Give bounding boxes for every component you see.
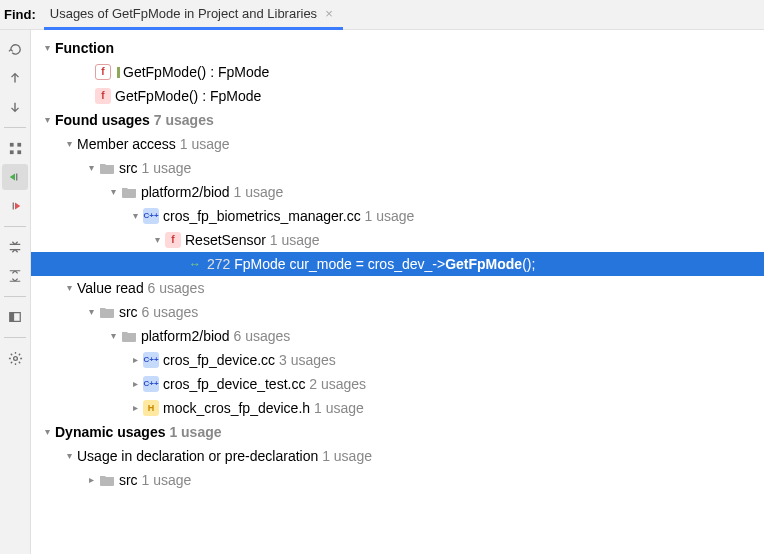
tree-row[interactable]: ▾ Usage in declaration or pre-declaratio… (31, 444, 764, 468)
cpp-file-icon: C++ (143, 376, 159, 392)
tree-row[interactable]: ▾ src 6 usages (31, 300, 764, 324)
find-label: Find: (0, 7, 44, 22)
tree-row-found[interactable]: ▾ Found usages 7 usages (31, 108, 764, 132)
folder-icon (99, 473, 115, 487)
usage-count: 1 usage (180, 132, 230, 156)
svg-rect-5 (10, 313, 14, 322)
prev-occurrence-icon[interactable] (2, 65, 28, 91)
chevron-down-icon: ▾ (149, 228, 165, 252)
chevron-down-icon: ▾ (83, 156, 99, 180)
folder-name: platform2/biod (141, 180, 230, 204)
group-label: Found usages (55, 108, 150, 132)
cpp-file-icon: C++ (143, 352, 159, 368)
find-tab-title: Usages of GetFpMode in Project and Libra… (50, 6, 317, 21)
chevron-down-icon: ▾ (127, 204, 143, 228)
file-name: cros_fp_device.cc (163, 348, 275, 372)
usage-count: 1 usage (322, 444, 372, 468)
tree-row[interactable]: ▾ Value read 6 usages (31, 276, 764, 300)
tree-row[interactable]: ▾ Member access 1 usage (31, 132, 764, 156)
toolbar-divider (4, 127, 26, 128)
tree-row[interactable]: ▾ f ResetSensor 1 usage (31, 228, 764, 252)
folder-name: src (119, 156, 138, 180)
category-label: Value read (77, 276, 144, 300)
usage-count: 6 usages (141, 300, 198, 324)
show-write-icon[interactable] (2, 193, 28, 219)
tree-row[interactable]: f GetFpMode() : FpMode (31, 60, 764, 84)
chevron-down-icon: ▾ (83, 300, 99, 324)
chevron-down-icon: ▾ (61, 132, 77, 156)
category-label: Usage in declaration or pre-declaration (77, 444, 318, 468)
tree-row[interactable]: ▾ src 1 usage (31, 156, 764, 180)
chevron-right-icon: ▸ (127, 372, 143, 396)
code-text: (); (522, 252, 535, 276)
usage-count: 1 usage (314, 396, 364, 420)
tree-row[interactable]: ▸ C++ cros_fp_device_test.cc 2 usages (31, 372, 764, 396)
preview-icon[interactable] (2, 304, 28, 330)
folder-name: platform2/biod (141, 324, 230, 348)
cpp-file-icon: C++ (143, 208, 159, 224)
collapse-all-icon[interactable] (2, 263, 28, 289)
toolbar-divider (4, 296, 26, 297)
chevron-down-icon: ▾ (39, 36, 55, 60)
chevron-right-icon: ▸ (127, 348, 143, 372)
svg-rect-1 (17, 142, 21, 146)
chevron-down-icon: ▾ (39, 108, 55, 132)
main-layout: ▾ Function f GetFpMode() : FpMode f GetF… (0, 30, 764, 554)
function-icon: f (95, 88, 111, 104)
usage-count: 1 usage (270, 228, 320, 252)
code-match: GetFpMode (445, 252, 522, 276)
chevron-right-icon: ▸ (83, 468, 99, 492)
usage-count: 1 usage (141, 468, 191, 492)
chevron-down-icon: ▾ (61, 444, 77, 468)
svg-rect-2 (9, 150, 13, 154)
svg-rect-0 (9, 142, 13, 146)
find-tab[interactable]: Usages of GetFpMode in Project and Libra… (44, 0, 343, 30)
folder-icon (121, 185, 137, 199)
header-file-icon: H (143, 400, 159, 416)
tree-row-function[interactable]: ▾ Function (31, 36, 764, 60)
tree-row-dynamic[interactable]: ▾ Dynamic usages 1 usage (31, 420, 764, 444)
tree-row[interactable]: ▸ H mock_cros_fp_device.h 1 usage (31, 396, 764, 420)
expand-all-icon[interactable] (2, 234, 28, 260)
file-name: mock_cros_fp_device.h (163, 396, 310, 420)
chevron-right-icon: ▸ (127, 396, 143, 420)
settings-icon[interactable] (2, 345, 28, 371)
tree-row-selected[interactable]: ↔ 272 FpMode cur_mode = cros_dev_->GetFp… (31, 252, 764, 276)
tree-row[interactable]: ▸ src 1 usage (31, 468, 764, 492)
usage-count: 1 usage (169, 420, 221, 444)
find-header: Find: Usages of GetFpMode in Project and… (0, 0, 764, 30)
show-read-icon[interactable] (2, 164, 28, 190)
usage-count: 1 usage (234, 180, 284, 204)
usage-count: 1 usage (365, 204, 415, 228)
folder-icon (99, 161, 115, 175)
tree-row[interactable]: ▾ C++ cros_fp_biometrics_manager.cc 1 us… (31, 204, 764, 228)
side-toolbar (0, 30, 31, 554)
tree-row[interactable]: f GetFpMode() : FpMode (31, 84, 764, 108)
usage-count: 3 usages (279, 348, 336, 372)
folder-icon (99, 305, 115, 319)
function-name: ResetSensor (185, 228, 266, 252)
function-icon: f (95, 64, 111, 80)
usage-count: 1 usage (141, 156, 191, 180)
group-by-icon[interactable] (2, 135, 28, 161)
group-label: Dynamic usages (55, 420, 166, 444)
category-label: Member access (77, 132, 176, 156)
tree-row[interactable]: ▸ C++ cros_fp_device.cc 3 usages (31, 348, 764, 372)
function-icon: f (165, 232, 181, 248)
line-number: 272 (207, 252, 230, 276)
tree-row[interactable]: ▾ platform2/biod 1 usage (31, 180, 764, 204)
refresh-icon[interactable] (2, 36, 28, 62)
usage-count: 7 usages (154, 108, 214, 132)
folder-icon (121, 329, 137, 343)
usage-count: 6 usages (234, 324, 291, 348)
lock-icon (117, 67, 120, 78)
function-signature: GetFpMode() : FpMode (123, 60, 269, 84)
svg-point-6 (13, 356, 17, 360)
tree-row[interactable]: ▾ platform2/biod 6 usages (31, 324, 764, 348)
chevron-down-icon: ▾ (105, 180, 121, 204)
chevron-down-icon: ▾ (105, 324, 121, 348)
next-occurrence-icon[interactable] (2, 94, 28, 120)
close-icon[interactable]: × (325, 6, 333, 21)
results-tree[interactable]: ▾ Function f GetFpMode() : FpMode f GetF… (31, 30, 764, 554)
code-text: FpMode cur_mode = cros_dev_-> (234, 252, 445, 276)
